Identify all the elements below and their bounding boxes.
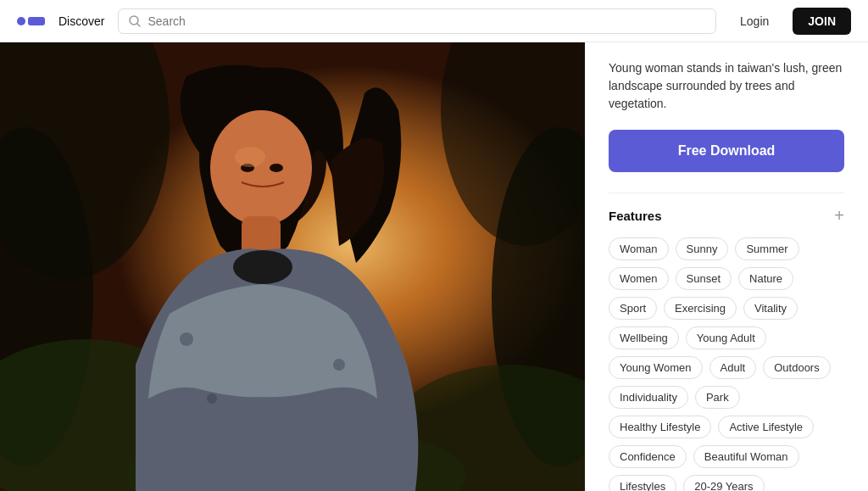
tag-item[interactable]: Exercising	[664, 297, 737, 320]
tag-item[interactable]: Nature	[738, 267, 793, 290]
image-description: Young woman stands in taiwan's lush, gre…	[609, 59, 844, 113]
tag-item[interactable]: Sunny	[676, 237, 729, 260]
photo-panel	[0, 42, 585, 491]
svg-point-20	[235, 147, 265, 167]
tag-item[interactable]: Summer	[735, 237, 798, 260]
svg-point-12	[210, 110, 312, 226]
tag-item[interactable]: Sunset	[676, 267, 732, 290]
search-bar	[118, 8, 716, 34]
logo-icon	[17, 17, 45, 25]
features-header: Features +	[609, 207, 844, 224]
woman-photo-svg	[0, 42, 585, 491]
svg-point-19	[270, 164, 283, 172]
login-button[interactable]: Login	[730, 9, 779, 33]
tag-item[interactable]: Wellbeing	[609, 326, 679, 349]
tag-item[interactable]: Young Women	[609, 356, 703, 379]
right-panel: Young woman stands in taiwan's lush, gre…	[585, 42, 868, 491]
tag-item[interactable]: Outdoors	[763, 356, 830, 379]
logo	[17, 17, 45, 25]
tag-item[interactable]: Individuality	[609, 386, 688, 409]
search-input[interactable]	[147, 14, 705, 28]
svg-point-15	[333, 359, 345, 371]
free-download-button[interactable]: Free Download	[609, 130, 844, 172]
tag-item[interactable]: Lifestyles	[609, 475, 676, 491]
photo-image	[0, 42, 585, 491]
tag-item[interactable]: Beautiful Woman	[693, 445, 799, 468]
header: Discover Login JOIN	[0, 0, 868, 42]
features-expand-icon[interactable]: +	[834, 207, 844, 224]
tag-item[interactable]: Young Adult	[686, 326, 766, 349]
svg-point-17	[233, 250, 292, 284]
tag-item[interactable]: Woman	[609, 237, 669, 260]
features-section: Features + WomanSunnySummerWomenSunsetNa…	[609, 192, 844, 491]
svg-point-16	[207, 393, 217, 404]
join-button[interactable]: JOIN	[793, 8, 851, 35]
tag-item[interactable]: 20-29 Years	[683, 475, 764, 491]
features-title: Features	[609, 209, 662, 223]
nav-discover[interactable]: Discover	[58, 14, 104, 28]
tag-item[interactable]: Vitality	[743, 297, 798, 320]
search-icon	[129, 15, 141, 27]
logo-dot	[17, 17, 25, 25]
tag-item[interactable]: Park	[695, 386, 740, 409]
main-content: Young woman stands in taiwan's lush, gre…	[0, 42, 868, 491]
svg-point-14	[180, 332, 193, 346]
tag-item[interactable]: Women	[609, 267, 669, 290]
tag-item[interactable]: Sport	[609, 297, 657, 320]
logo-rect	[28, 17, 45, 25]
tag-item[interactable]: Adult	[709, 356, 757, 379]
tags-container: WomanSunnySummerWomenSunsetNatureSportEx…	[609, 237, 844, 491]
svg-line-1	[137, 24, 140, 26]
tag-item[interactable]: Healthy Lifestyle	[609, 416, 711, 438]
tag-item[interactable]: Confidence	[609, 445, 687, 468]
tag-item[interactable]: Active Lifestyle	[718, 416, 814, 438]
